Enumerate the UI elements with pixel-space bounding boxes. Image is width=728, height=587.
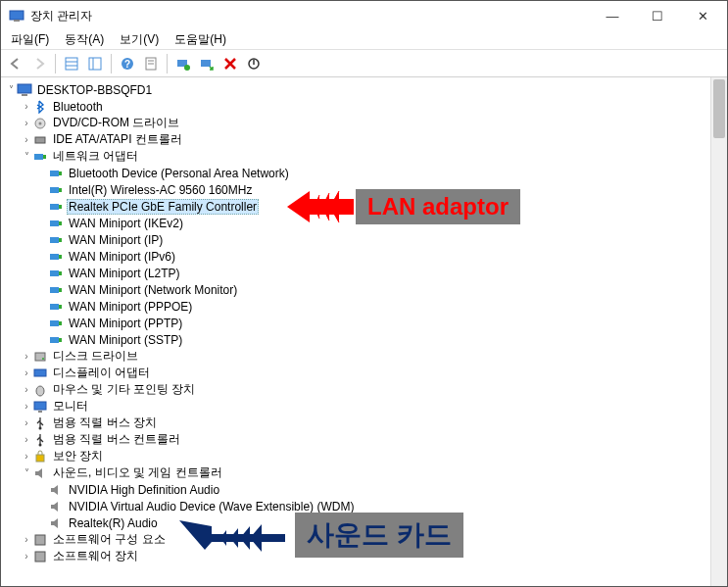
mouse-icon [32,382,48,398]
window-title: 장치 관리자 [30,8,590,24]
svg-rect-17 [22,94,27,96]
menu-help[interactable]: 도움말(H) [170,30,230,49]
expand-icon[interactable]: › [21,534,32,545]
help-icon[interactable]: ? [117,53,138,74]
tree-leaf-network[interactable]: WAN Miniport (PPPOE) [1,298,727,315]
titlebar: 장치 관리자 — ☐ ✕ [1,1,727,30]
collapse-icon[interactable]: ˅ [21,151,32,162]
svg-rect-0 [10,11,24,20]
toolbar: ? [1,50,727,77]
tree-item-usb-controllers[interactable]: › 범용 직렬 버스 컨트롤러 [1,431,727,448]
view-details-icon[interactable] [84,53,106,74]
svg-rect-20 [35,137,45,143]
tree-item-security[interactable]: › 보안 장치 [1,448,727,465]
disk-drive-icon [32,349,48,365]
svg-rect-22 [43,155,46,159]
tree-item-bluetooth[interactable]: › Bluetooth [1,98,727,115]
tree-item-sound[interactable]: ˅ 사운드, 비디오 및 게임 컨트롤러 [1,465,727,481]
ide-controller-icon [32,132,48,148]
svg-rect-54 [35,535,45,545]
network-adapter-icon [32,149,48,165]
close-button[interactable]: ✕ [680,1,725,30]
menu-view[interactable]: 보기(V) [116,30,163,49]
tree-item-network-adapters[interactable]: ˅ 네트워크 어댑터 [1,148,727,165]
menu-action[interactable]: 동작(A) [61,30,108,49]
menu-file[interactable]: 파일(F) [7,30,53,49]
tree-leaf-network[interactable]: WAN Miniport (SSTP) [1,331,727,348]
toolbar-separator [167,54,168,73]
tree-leaf-sound[interactable]: Realtek(R) Audio [1,514,727,531]
back-button[interactable] [5,53,26,74]
network-adapter-icon [48,266,64,281]
vertical-scrollbar[interactable] [710,77,727,586]
expand-icon[interactable]: › [21,134,32,145]
tree-item-sw-devices[interactable]: › 소프트웨어 장치 [1,548,727,564]
expand-icon[interactable]: › [21,351,32,362]
properties-icon[interactable] [140,53,162,74]
tree-item-dvd[interactable]: › DVD/CD-ROM 드라이브 [1,115,727,131]
tree-leaf-network[interactable]: WAN Miniport (IPv6) [1,248,727,265]
usb-icon [32,432,48,448]
tree-item-label: WAN Miniport (L2TP) [67,267,182,280]
tree-item-display[interactable]: › 디스플레이 어댑터 [1,365,727,381]
tree-leaf-network[interactable]: WAN Miniport (Network Monitor) [1,281,727,298]
tree-leaf-network[interactable]: WAN Miniport (PPTP) [1,315,727,331]
expand-icon[interactable]: › [21,434,32,445]
svg-rect-32 [59,238,62,242]
scrollbar-thumb[interactable] [713,79,725,138]
tree-leaf-network[interactable]: Bluetooth Device (Personal Area Network) [1,165,727,181]
svg-point-48 [36,386,44,396]
update-driver-icon[interactable] [196,53,218,74]
tree-item-mouse[interactable]: › 마우스 및 기타 포인팅 장치 [1,381,727,398]
expand-icon[interactable]: ˅ [5,84,17,95]
expand-icon[interactable]: › [21,401,32,412]
tree-leaf-network[interactable]: WAN Miniport (IP) [1,231,727,248]
tree-leaf-network[interactable]: WAN Miniport (IKEv2) [1,215,727,231]
expand-icon[interactable]: › [21,417,32,428]
forward-button[interactable] [28,53,50,74]
uninstall-icon[interactable] [219,53,241,74]
speaker-icon [48,499,64,514]
tree-leaf-network[interactable]: Intel(R) Wireless-AC 9560 160MHz [1,181,727,198]
svg-rect-30 [59,221,62,225]
bluetooth-icon [32,99,48,115]
svg-rect-42 [59,321,62,325]
expand-icon[interactable]: › [21,101,32,112]
tree-item-disk[interactable]: › 디스크 드라이브 [1,348,727,365]
speaker-icon [48,515,64,531]
tree-item-monitor[interactable]: › 모니터 [1,398,727,415]
disable-icon[interactable] [243,53,265,74]
tree-leaf-sound[interactable]: NVIDIA Virtual Audio Device (Wave Extens… [1,498,727,514]
expand-icon[interactable]: › [21,118,32,128]
tree-item-label: 범용 직렬 버스 컨트롤러 [51,431,182,448]
tree-item-label: 디스크 드라이브 [51,348,140,365]
tree-root[interactable]: ˅ DESKTOP-BBSQFD1 [1,81,727,98]
tree-root-label: DESKTOP-BBSQFD1 [35,83,154,97]
tree-item-sw-components[interactable]: › 소프트웨어 구성 요소 [1,531,727,548]
tree-item-label: WAN Miniport (Network Monitor) [67,283,239,297]
expand-icon[interactable]: › [21,551,32,562]
svg-rect-23 [50,171,59,176]
svg-rect-1 [14,20,20,22]
expand-icon[interactable]: › [21,384,32,395]
tree-item-label: Bluetooth Device (Personal Area Network) [67,167,291,180]
network-adapter-icon [48,316,64,331]
view-list-icon[interactable] [61,53,82,74]
collapse-icon[interactable]: ˅ [21,467,32,478]
expand-icon[interactable]: › [21,367,32,378]
svg-rect-39 [50,304,59,310]
svg-rect-40 [59,305,62,309]
expand-icon[interactable]: › [21,451,32,462]
minimize-button[interactable]: — [590,1,635,30]
tree-item-label: Realtek(R) Audio [67,516,160,530]
maximize-button[interactable]: ☐ [635,1,680,30]
scan-hardware-icon[interactable] [172,53,194,74]
tree-leaf-network[interactable]: WAN Miniport (L2TP) [1,265,727,281]
tree-leaf-network-selected[interactable]: Realtek PCIe GbE Family Controller [1,198,727,215]
tree-item-ide[interactable]: › IDE ATA/ATAPI 컨트롤러 [1,131,727,148]
network-adapter-icon [48,199,64,215]
svg-rect-25 [50,187,59,193]
tree-leaf-sound[interactable]: NVIDIA High Definition Audio [1,481,727,498]
network-adapter-icon [48,216,64,231]
tree-item-usb-devices[interactable]: › 범용 직렬 버스 장치 [1,415,727,431]
